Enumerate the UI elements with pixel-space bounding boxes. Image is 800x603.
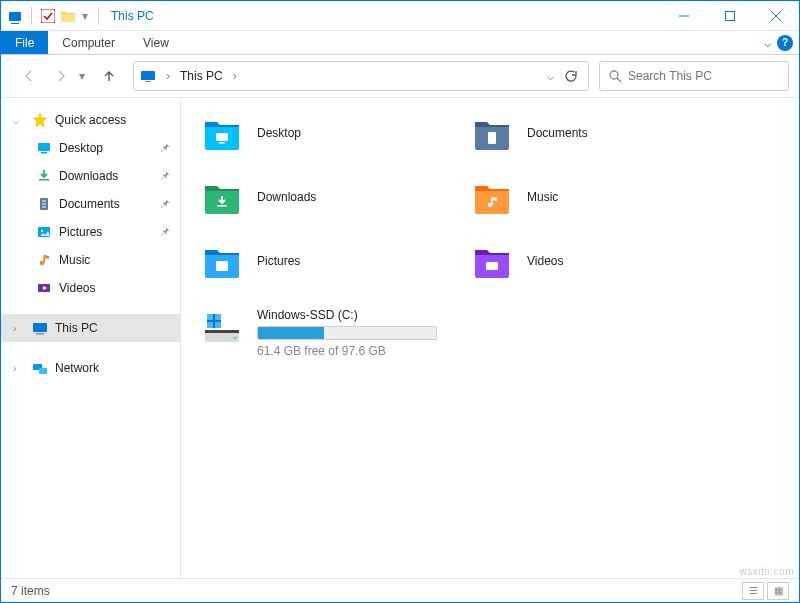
chevron-right-icon[interactable]: › [13,363,25,374]
svg-rect-42 [205,330,239,333]
maximize-button[interactable] [707,1,753,31]
svg-rect-30 [219,142,225,144]
chevron-right-icon[interactable]: › [13,323,25,334]
pin-icon: 📌︎ [159,198,180,210]
drive-name: Windows-SSD (C:) [257,308,437,322]
ribbon-collapse-icon[interactable]: ⌵ [764,36,771,50]
tree-quick-access[interactable]: ⌵ Quick access [1,106,180,134]
folder-music[interactable]: Music [471,176,731,218]
drive-usage-bar [257,326,437,340]
search-box[interactable] [599,61,789,91]
chevron-right-icon[interactable]: › [162,69,174,83]
title-bar: ▾ This PC [1,1,799,31]
up-button[interactable] [95,62,123,90]
drive-free-text: 61.4 GB free of 97.6 GB [257,344,437,358]
download-icon [35,167,53,185]
desktop-icon [35,139,53,157]
svg-point-21 [41,230,43,232]
drive-icon [201,308,243,350]
svg-line-11 [617,78,621,82]
picture-icon [35,223,53,241]
ribbon-tab-view[interactable]: View [129,31,183,54]
ribbon-tab-computer[interactable]: Computer [48,31,129,54]
tiles-view-button[interactable]: ▦ [767,582,789,600]
sidebar-item-pictures[interactable]: Pictures📌︎ [1,218,180,246]
tree-this-pc[interactable]: › This PC [1,314,180,342]
svg-rect-37 [492,197,494,205]
app-icon [7,8,23,24]
sidebar-item-downloads[interactable]: Downloads📌︎ [1,162,180,190]
help-icon[interactable]: ? [777,35,793,51]
picture-folder-icon [201,240,243,282]
svg-rect-13 [38,143,50,151]
folder-pictures[interactable]: Pictures [201,240,461,282]
back-button[interactable] [15,62,43,90]
pin-icon: 📌︎ [159,226,180,238]
refresh-button[interactable] [560,69,582,83]
svg-rect-23 [44,255,46,263]
search-icon [608,69,622,83]
breadcrumb-segment[interactable]: This PC [180,69,223,83]
folder-qat-icon[interactable] [60,8,76,24]
svg-rect-5 [726,11,735,20]
status-bar: 7 items ☰ ▦ [1,578,799,602]
pin-icon: 📌︎ [159,142,180,154]
document-folder-icon [471,112,513,154]
svg-rect-48 [215,322,221,328]
svg-point-43 [233,336,236,339]
address-dropdown-icon[interactable]: ⌵ [547,69,554,83]
svg-rect-47 [207,322,213,328]
folder-documents[interactable]: Documents [471,112,731,154]
details-view-button[interactable]: ☰ [742,582,764,600]
desktop-folder-icon [201,112,243,154]
music-folder-icon [471,176,513,218]
chevron-down-icon[interactable]: ⌵ [13,115,25,126]
navigation-pane: ⌵ Quick access Desktop📌︎Downloads📌︎Docum… [1,98,181,578]
pc-icon [31,319,49,337]
svg-rect-9 [145,81,151,82]
content-pane[interactable]: DesktopDocumentsDownloadsMusicPicturesVi… [181,98,799,578]
pc-icon [140,68,156,84]
search-input[interactable] [628,69,780,83]
tree-network[interactable]: › Network [1,354,180,382]
svg-rect-46 [215,314,221,320]
svg-rect-15 [39,179,49,181]
star-icon [31,111,49,129]
svg-point-10 [610,71,618,79]
svg-rect-2 [41,9,55,23]
document-icon [35,195,53,213]
address-bar[interactable]: › This PC › ⌵ [133,61,589,91]
item-count: 7 items [11,584,50,598]
svg-rect-1 [11,23,19,24]
video-folder-icon [471,240,513,282]
properties-icon[interactable] [40,8,56,24]
folder-videos[interactable]: Videos [471,240,731,282]
svg-rect-26 [36,333,44,335]
svg-rect-45 [207,314,213,320]
sidebar-item-music[interactable]: Music [1,246,180,274]
ribbon-tab-file[interactable]: File [1,31,48,54]
navigation-bar: ▾ › This PC › ⌵ [1,55,799,97]
svg-marker-12 [33,113,47,127]
sidebar-item-videos[interactable]: Videos [1,274,180,302]
video-icon [35,279,53,297]
folder-desktop[interactable]: Desktop [201,112,461,154]
watermark: wsxdn.com [739,566,794,577]
download-folder-icon [201,176,243,218]
history-dropdown-icon[interactable]: ▾ [79,69,91,83]
sidebar-item-desktop[interactable]: Desktop📌︎ [1,134,180,162]
folder-downloads[interactable]: Downloads [201,176,461,218]
close-button[interactable] [753,1,799,31]
forward-button[interactable] [47,62,75,90]
svg-rect-35 [217,205,227,207]
minimize-button[interactable] [661,1,707,31]
qat-dropdown-icon[interactable]: ▾ [80,8,90,24]
chevron-right-icon[interactable]: › [229,69,241,83]
svg-rect-28 [39,368,47,374]
svg-rect-25 [33,323,47,332]
drive-c[interactable]: Windows-SSD (C:)61.4 GB free of 97.6 GB [201,308,461,358]
network-icon [31,359,49,377]
svg-rect-8 [141,71,155,80]
music-icon [35,251,53,269]
sidebar-item-documents[interactable]: Documents📌︎ [1,190,180,218]
